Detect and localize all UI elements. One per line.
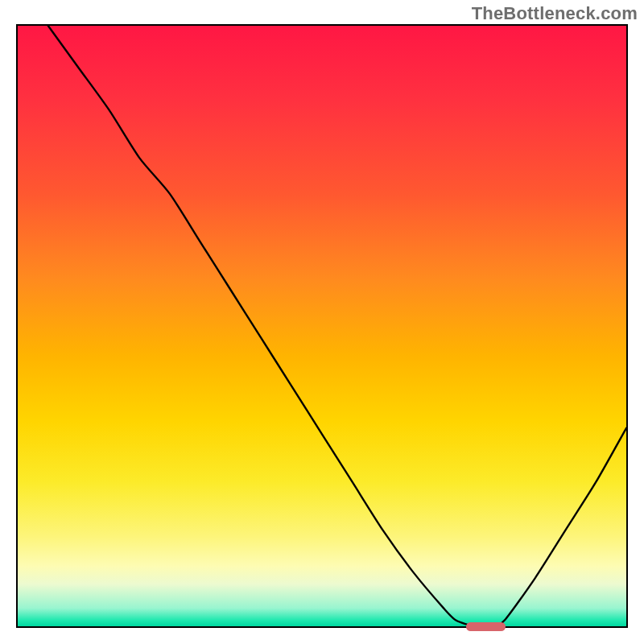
optimal-marker bbox=[466, 622, 506, 631]
watermark-text: TheBottleneck.com bbox=[472, 3, 638, 24]
chart-stage: TheBottleneck.com bbox=[0, 0, 644, 644]
plot-area bbox=[16, 24, 628, 628]
bottleneck-curve bbox=[18, 26, 626, 626]
